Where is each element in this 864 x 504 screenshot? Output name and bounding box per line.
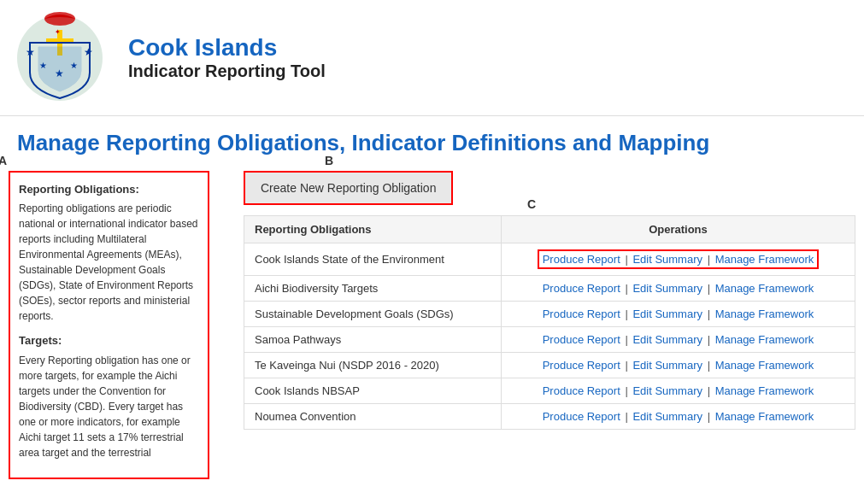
table-row: Cook Islands NBSAPProduce Report | Edit … [244,378,855,403]
operations-cell: Produce Report | Edit Summary | Manage F… [501,378,855,403]
section-a-label: A [0,154,7,167]
obligations-table: Reporting Obligations C Operations Cook … [244,215,855,430]
obligation-name: Noumea Convention [244,403,502,429]
produce-report-link[interactable]: Produce Report [543,308,620,320]
produce-report-link[interactable]: Produce Report [543,384,620,397]
obligation-name: Samoa Pathways [244,326,502,352]
highlighted-ops: Produce Report | Edit Summary | Manage F… [538,249,820,269]
section-c-label: C [527,197,536,211]
col-obligations-header: Reporting Obligations [244,215,502,243]
table-row: Aichi Biodiversity TargetsProduce Report… [244,275,855,301]
separator: | [704,253,714,266]
app-subtitle: Indicator Reporting Tool [128,62,326,81]
edit-summary-link[interactable]: Edit Summary [632,308,702,320]
separator: | [704,410,714,423]
operations-cell: Produce Report | Edit Summary | Manage F… [501,275,855,301]
edit-summary-link[interactable]: Edit Summary [632,384,702,397]
table-header-row: Reporting Obligations C Operations [244,215,855,243]
section-b-label: B [325,154,333,167]
separator: | [704,308,714,320]
table-row: Te Kaveinga Nui (NSDP 2016 - 2020)Produc… [244,352,855,378]
obligation-name: Cook Islands NBSAP [244,378,502,403]
col-operations-header: C Operations [501,215,855,243]
manage-framework-link[interactable]: Manage Framework [715,333,814,346]
manage-framework-link[interactable]: Manage Framework [715,384,814,397]
separator: | [622,410,632,423]
svg-text:★: ★ [84,46,93,58]
coat-of-arms-icon: ★ ★ ★ ★ ★ ✦ [9,9,111,107]
table-row: Cook Islands State of the EnvironmentPro… [244,243,855,275]
targets-text: Every Reporting obligation has one or mo… [19,353,199,460]
separator: | [622,282,632,295]
produce-report-link[interactable]: Produce Report [543,333,620,346]
reporting-obligations-heading: Reporting Obligations: [19,181,199,198]
table-container: Reporting Obligations C Operations Cook … [244,215,855,430]
table-body: Cook Islands State of the EnvironmentPro… [244,243,855,429]
operations-cell: Produce Report | Edit Summary | Manage F… [501,243,855,275]
obligation-name: Cook Islands State of the Environment [244,243,502,275]
manage-framework-link[interactable]: Manage Framework [715,359,814,372]
manage-framework-link[interactable]: Manage Framework [715,253,814,266]
manage-framework-link[interactable]: Manage Framework [715,282,814,295]
page-title: Manage Reporting Obligations, Indicator … [0,116,864,162]
operations-cell: Produce Report | Edit Summary | Manage F… [501,301,855,326]
reporting-obligations-text: Reporting obligations are periodic natio… [19,201,199,324]
logo-container: ★ ★ ★ ★ ★ ✦ [9,9,111,107]
obligation-name: Aichi Biodiversity Targets [244,275,502,301]
edit-summary-link[interactable]: Edit Summary [632,253,702,266]
obligation-name: Sustainable Development Goals (SDGs) [244,301,502,326]
edit-summary-link[interactable]: Edit Summary [632,282,702,295]
app-name: Cook Islands [128,34,326,62]
produce-report-link[interactable]: Produce Report [543,410,620,423]
edit-summary-link[interactable]: Edit Summary [632,359,702,372]
operations-cell: Produce Report | Edit Summary | Manage F… [501,403,855,429]
table-row: Noumea ConventionProduce Report | Edit S… [244,403,855,429]
table-row: Sustainable Development Goals (SDGs)Prod… [244,301,855,326]
operations-cell: Produce Report | Edit Summary | Manage F… [501,352,855,378]
header-title: Cook Islands Indicator Reporting Tool [128,34,326,81]
table-row: Samoa PathwaysProduce Report | Edit Summ… [244,326,855,352]
edit-summary-link[interactable]: Edit Summary [632,410,702,423]
left-panel: Reporting Obligations: Reporting obligat… [9,171,209,479]
separator: | [622,359,632,372]
separator: | [622,384,632,397]
produce-report-link[interactable]: Produce Report [543,359,620,372]
obligation-name: Te Kaveinga Nui (NSDP 2016 - 2020) [244,352,502,378]
separator: | [704,282,714,295]
separator: | [704,333,714,346]
create-new-obligation-button[interactable]: Create New Reporting Obligation [244,171,453,205]
content-area: A Reporting Obligations: Reporting oblig… [0,162,864,488]
operations-cell: Produce Report | Edit Summary | Manage F… [501,326,855,352]
separator: | [704,384,714,397]
manage-framework-link[interactable]: Manage Framework [715,410,814,423]
create-btn-wrapper: Create New Reporting Obligation [244,171,453,205]
edit-summary-link[interactable]: Edit Summary [632,333,702,346]
svg-point-1 [44,12,75,26]
manage-framework-link[interactable]: Manage Framework [715,308,814,320]
targets-heading: Targets: [19,332,199,349]
separator: | [622,333,632,346]
produce-report-link[interactable]: Produce Report [543,253,620,266]
separator: | [704,359,714,372]
svg-text:✦: ✦ [55,28,61,36]
right-panel: B Create New Reporting Obligation Report… [244,171,855,479]
separator: | [622,253,632,266]
separator: | [622,308,632,320]
produce-report-link[interactable]: Produce Report [543,282,620,295]
header: ★ ★ ★ ★ ★ ✦ Cook Islands Indicator Repor… [0,0,864,116]
